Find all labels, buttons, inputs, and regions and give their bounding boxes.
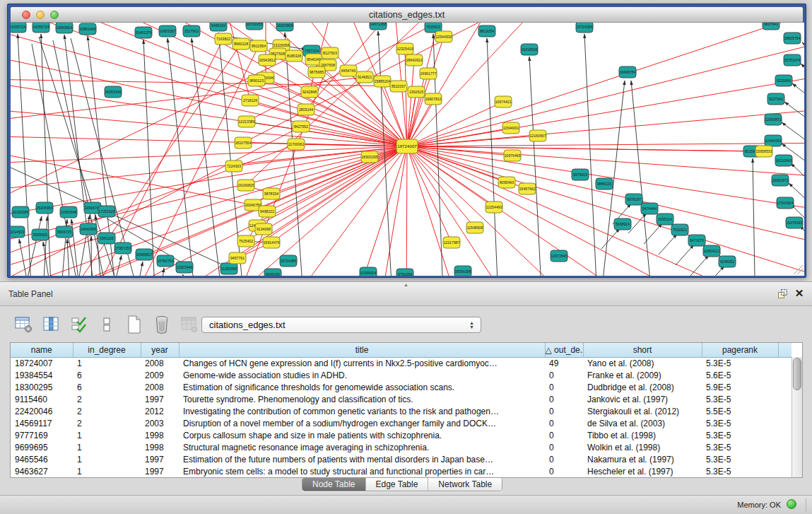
- table-cell[interactable]: 9777169: [11, 429, 73, 441]
- table-cell[interactable]: 6: [73, 381, 141, 393]
- network-table-selector[interactable]: citations_edges.txt ▲▼: [201, 317, 481, 333]
- table-cell[interactable]: 49: [545, 357, 583, 369]
- table-cell[interactable]: Wolkin et al. (1998): [583, 441, 702, 453]
- table-cell[interactable]: Yano et al. (2008): [583, 357, 702, 369]
- table-cell[interactable]: 5.3E-5: [702, 441, 778, 453]
- table-cell[interactable]: 1998: [141, 429, 179, 441]
- table-cell[interactable]: 1: [73, 357, 141, 369]
- table-cell[interactable]: Investigating the contribution of common…: [179, 405, 545, 417]
- table-cell[interactable]: 2003: [141, 417, 179, 429]
- new-table-icon[interactable]: [124, 315, 144, 334]
- table-cell[interactable]: 2008: [141, 357, 179, 369]
- tab-edge-table[interactable]: Edge Table: [365, 478, 428, 491]
- table-row[interactable]: 969969511998Structural magnetic resonanc…: [11, 441, 792, 453]
- table-row[interactable]: 977716911998Corpus callosum shape and si…: [11, 429, 792, 441]
- table-cell[interactable]: 22420046: [11, 405, 73, 417]
- table-cell[interactable]: 2: [73, 393, 141, 405]
- column-header-short[interactable]: short: [583, 343, 702, 357]
- table-cell[interactable]: 18724007: [11, 357, 73, 369]
- table-cell[interactable]: Tibbo et al. (1998): [583, 429, 702, 441]
- table-cell[interactable]: Estimation of the future numbers of pati…: [179, 453, 545, 465]
- column-header-in_degree[interactable]: in_degree: [73, 343, 141, 357]
- table-cell[interactable]: 5.3E-5: [702, 417, 778, 429]
- column-header-name[interactable]: name: [11, 343, 73, 357]
- table-cell[interactable]: 1: [73, 429, 141, 441]
- table-cell[interactable]: 1998: [141, 441, 179, 453]
- table-cell[interactable]: 0: [545, 453, 583, 465]
- table-cell[interactable]: 1: [73, 441, 141, 453]
- column-visibility-icon[interactable]: [42, 315, 61, 334]
- column-header-pagerank[interactable]: pagerank: [702, 343, 778, 357]
- table-cell[interactable]: Nakamura et al. (1997): [583, 453, 702, 465]
- table-cell[interactable]: 0: [545, 441, 583, 453]
- table-row[interactable]: 911546021997Tourette syndrome. Phenomeno…: [11, 393, 792, 405]
- table-cell[interactable]: 1997: [141, 465, 179, 477]
- table-cell[interactable]: Structural magnetic resonance image aver…: [179, 441, 545, 453]
- table-cell[interactable]: Genome-wide association studies in ADHD.: [179, 369, 545, 381]
- table-row[interactable]: 946554611997Estimation of the future num…: [11, 453, 792, 465]
- table-row[interactable]: 1938455462009Genome-wide association stu…: [11, 369, 792, 381]
- table-cell[interactable]: 0: [545, 393, 583, 405]
- table-cell[interactable]: Changes of HCN gene expression and I(f) …: [179, 357, 545, 369]
- table-cell[interactable]: 1: [73, 465, 141, 477]
- close-panel-icon[interactable]: ✕: [794, 287, 805, 300]
- table-cell[interactable]: de Silva et al. (2003): [583, 417, 702, 429]
- table-cell[interactable]: 5.3E-5: [702, 357, 778, 369]
- table-cell[interactable]: 1997: [141, 453, 179, 465]
- table-cell[interactable]: 2012: [141, 405, 179, 417]
- table-cell[interactable]: 5.3E-5: [702, 453, 778, 465]
- table-cell[interactable]: 5.3E-5: [702, 393, 778, 405]
- table-row[interactable]: 1830029562008Estimation of significance …: [11, 381, 792, 393]
- table-cell[interactable]: 9465546: [11, 453, 73, 465]
- table-cell[interactable]: 0: [545, 429, 583, 441]
- table-row[interactable]: 1456911722003Disruption of a novel membe…: [11, 417, 792, 429]
- table-row[interactable]: 2242004622012Investigating the contribut…: [11, 405, 792, 417]
- table-cell[interactable]: 2009: [141, 369, 179, 381]
- window-titlebar[interactable]: citations_edges.txt: [11, 7, 803, 23]
- table-cell[interactable]: 2: [73, 405, 141, 417]
- float-panel-icon[interactable]: [777, 288, 788, 299]
- table-cell[interactable]: 18300295: [11, 381, 73, 393]
- column-header-out_de[interactable]: △ out_de...: [545, 343, 583, 357]
- table-vertical-scrollbar[interactable]: [792, 357, 802, 477]
- table-cell[interactable]: 9463627: [11, 465, 73, 477]
- table-cell[interactable]: 0: [545, 405, 583, 417]
- delete-table-icon[interactable]: [152, 315, 172, 334]
- table-cell[interactable]: 1997: [141, 393, 179, 405]
- table-cell[interactable]: 5.9E-5: [702, 381, 778, 393]
- table-cell[interactable]: Hescheler et al. (1997): [583, 465, 702, 477]
- column-header-year[interactable]: year: [141, 343, 179, 357]
- table-cell[interactable]: Franke et al. (2009): [583, 369, 702, 381]
- table-cell[interactable]: 14569117: [11, 417, 73, 429]
- table-cell[interactable]: 19384554: [11, 369, 73, 381]
- table-cell[interactable]: 5.5E-5: [702, 405, 778, 417]
- table-cell[interactable]: Stergiakouli et al. (2012): [583, 405, 702, 417]
- import-table-icon[interactable]: [180, 315, 199, 334]
- table-cell[interactable]: 5.3E-5: [702, 429, 778, 441]
- table-cell[interactable]: Disruption of a novel member of a sodium…: [179, 417, 545, 429]
- table-cell[interactable]: 0: [545, 465, 583, 477]
- memory-status-icon[interactable]: [787, 499, 796, 509]
- table-options-icon[interactable]: [14, 315, 34, 334]
- scrollbar-thumb[interactable]: [793, 358, 801, 390]
- table-cell[interactable]: 0: [545, 369, 583, 381]
- column-header-title[interactable]: title: [179, 343, 545, 357]
- table-cell[interactable]: 9699695: [11, 441, 73, 453]
- table-cell[interactable]: Jankovic et al. (1997): [583, 393, 702, 405]
- table-cell[interactable]: 0: [545, 381, 583, 393]
- table-cell[interactable]: Embryonic stem cells: a model to study s…: [179, 465, 545, 477]
- table-cell[interactable]: 0: [545, 417, 583, 429]
- row-selection-icon[interactable]: [69, 315, 89, 334]
- panel-resize-handle[interactable]: ▲: [402, 283, 411, 286]
- table-cell[interactable]: 6: [73, 369, 141, 381]
- table-row[interactable]: 1872400712008Changes of HCN gene express…: [11, 357, 792, 369]
- table-row[interactable]: 946362711997Embryonic stem cells: a mode…: [11, 465, 792, 477]
- tab-network-table[interactable]: Network Table: [428, 478, 502, 491]
- network-canvas[interactable]: 2105572414055724195658242089140620491379…: [11, 23, 804, 276]
- stacked-squares-icon[interactable]: [97, 315, 117, 334]
- table-cell[interactable]: Corpus callosum shape and size in male p…: [179, 429, 545, 441]
- table-cell[interactable]: 9115460: [11, 393, 73, 405]
- table-cell[interactable]: Estimation of significance thresholds fo…: [179, 381, 545, 393]
- table-cell[interactable]: 5.6E-5: [702, 369, 778, 381]
- table-cell[interactable]: 5.3E-5: [702, 465, 778, 477]
